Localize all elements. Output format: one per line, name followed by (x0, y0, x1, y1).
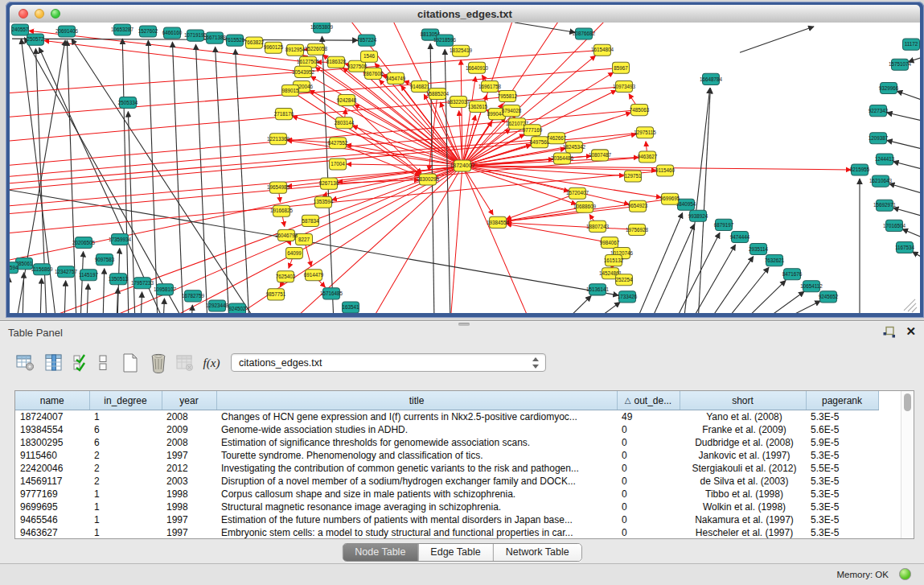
table-row[interactable]: 977716911998Corpus callosum shape and si… (15, 488, 878, 501)
network-node[interactable]: 2803144 (335, 117, 355, 129)
column-header-in_degree[interactable]: in_degree (89, 391, 162, 410)
float-panel-icon[interactable] (882, 326, 897, 339)
network-node[interactable]: 9699695 (660, 193, 680, 204)
network-node[interactable]: 9777169 (523, 125, 543, 136)
network-node[interactable]: 1615132 (604, 255, 624, 266)
network-node[interactable]: 85967 (613, 62, 630, 73)
network-node[interactable]: 9938924 (688, 210, 708, 221)
create-table-icon[interactable] (119, 352, 142, 374)
network-node[interactable]: 1167534 (895, 242, 914, 253)
delete-table-icon[interactable] (147, 352, 170, 374)
network-node[interactable]: 15692971 (873, 200, 896, 211)
network-node[interactable]: 240557 (12, 24, 29, 35)
network-node[interactable]: 19166825 (270, 205, 293, 216)
network-node[interactable]: 15716485 (320, 288, 343, 299)
network-node[interactable]: 9329966 (879, 82, 899, 93)
network-node[interactable]: 10543952 (292, 66, 314, 77)
function-builder-icon[interactable]: f(x) (199, 352, 224, 374)
column-header-title[interactable]: title (216, 391, 617, 410)
network-node[interactable]: 163541 (343, 302, 359, 313)
network-node[interactable]: 7632621 (765, 255, 785, 266)
network-node[interactable]: 15885204 (426, 88, 449, 99)
network-node[interactable]: 9245652 (819, 291, 839, 303)
column-header-out_de[interactable]: △out_de... (617, 391, 680, 410)
network-node[interactable]: 129751 (625, 171, 642, 182)
network-node[interactable]: 7663822 (244, 37, 265, 48)
network-node[interactable]: 1546 (361, 51, 378, 62)
close-panel-icon[interactable]: ✕ (906, 324, 916, 339)
network-node[interactable]: 9960125 (264, 42, 284, 53)
column-header-year[interactable]: year (162, 391, 216, 410)
network-node[interactable]: 587834 (302, 215, 319, 226)
tab-edge-table[interactable]: Edge Table (417, 544, 492, 561)
column-header-pagerank[interactable]: pagerank (806, 391, 878, 410)
table-row[interactable]: 946554611997Estimation of the future num… (15, 513, 878, 526)
network-node[interactable]: 15751074 (889, 59, 911, 70)
network-node[interactable]: 1209387 (869, 133, 889, 144)
network-node[interactable]: 8454749 (386, 72, 406, 84)
network-node[interactable]: 1527602 (138, 26, 158, 37)
network-node[interactable]: 9227343 (869, 105, 889, 117)
table-row[interactable]: 946362711997Embryonic stem cells: a mode… (15, 526, 878, 539)
table-row[interactable]: 969969511998Structural magnetic resonanc… (15, 501, 878, 513)
network-node[interactable]: 16782759 (182, 290, 204, 302)
network-node[interactable]: 8427552 (328, 138, 348, 149)
network-node[interactable]: 252254 (616, 274, 633, 286)
network-node[interactable]: 19654985 (267, 182, 290, 193)
network-node[interactable]: 17016504 (883, 220, 906, 231)
column-chooser-icon[interactable] (43, 352, 65, 374)
network-node[interactable]: 6879197 (714, 219, 734, 230)
network-node[interactable]: 989015 (282, 84, 299, 96)
network-node[interactable]: 18300295 (417, 174, 439, 185)
scrollbar-thumb[interactable] (904, 393, 911, 411)
tab-node-table[interactable]: Node Table (343, 544, 417, 561)
network-node[interactable]: 16648784 (700, 73, 722, 84)
network-node[interactable]: 9474444 (730, 231, 750, 242)
table-row[interactable]: 1938455462009Genome-wide association stu… (15, 423, 878, 436)
network-node[interactable]: 2867608 (363, 68, 384, 79)
table-vertical-scrollbar[interactable] (901, 391, 914, 538)
table-settings-icon[interactable] (14, 352, 37, 374)
table-row[interactable]: 1830029562008Estimation of significance … (15, 436, 878, 449)
network-node[interactable]: 11172 (903, 39, 920, 50)
network-node[interactable]: 18245342 (563, 142, 585, 153)
network-node[interactable]: 20364486 (551, 153, 573, 164)
network-node[interactable]: 8227 (296, 233, 313, 245)
network-node[interactable]: 18322037 (447, 97, 470, 108)
network-node[interactable]: 15226058 (305, 43, 327, 55)
network-node[interactable]: 18325419 (450, 45, 472, 56)
table-row[interactable]: 1456911722003Disruption of a novel membe… (15, 475, 878, 488)
network-node[interactable]: 16053809 (310, 23, 333, 33)
select-columns-icon[interactable] (70, 352, 92, 374)
network-node[interactable]: 9115460 (655, 165, 675, 176)
network-node[interactable]: 7857224 (357, 35, 377, 46)
network-node[interactable]: 7625402 (276, 271, 296, 282)
row-options-icon[interactable] (95, 352, 111, 374)
network-node[interactable]: 1362615 (468, 101, 488, 113)
network-node[interactable]: 6794028 (502, 105, 522, 117)
network-node[interactable]: 20691406 (55, 26, 78, 37)
network-node[interactable]: 16046798 (275, 229, 298, 241)
network-node[interactable]: 17957233 (131, 278, 154, 289)
network-node[interactable]: 12975115 (634, 127, 656, 138)
network-node[interactable]: 20876682 (573, 28, 595, 39)
network-node[interactable]: 250572 (27, 34, 44, 45)
table-row[interactable]: 2242004622012Investigating the contribut… (15, 462, 878, 475)
network-node[interactable]: 1145197 (79, 270, 98, 281)
network-node[interactable]: 924502 (229, 303, 246, 313)
network-node[interactable]: 19218596 (433, 35, 456, 46)
network-node[interactable]: 10973493 (613, 80, 635, 92)
network-node[interactable]: 20206505 (72, 237, 95, 248)
network-node[interactable]: 1733426 (618, 291, 638, 303)
network-node[interactable]: 11156869 (31, 264, 53, 275)
network-node[interactable]: 8471676 (782, 269, 803, 280)
network-node[interactable]: 1353594 (314, 196, 334, 208)
network-node[interactable]: 10654112 (800, 281, 823, 292)
panel-resize-grip[interactable] (458, 323, 470, 326)
tab-network-table[interactable]: Network Table (493, 544, 581, 561)
network-node[interactable]: 12923448 (206, 300, 228, 311)
memory-status-indicator[interactable] (899, 568, 911, 580)
network-node[interactable]: 9984067 (600, 237, 620, 248)
network-node[interactable]: 64099 (286, 248, 303, 259)
network-node[interactable]: 12213369 (267, 134, 290, 145)
